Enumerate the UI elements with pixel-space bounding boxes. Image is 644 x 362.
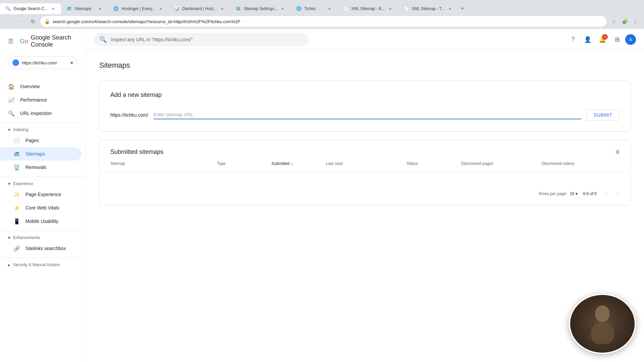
address-bar[interactable]: 🔒 search.google.com/u/4/search-console/s… bbox=[40, 16, 606, 27]
security-section-header[interactable]: ▸ Security & Manual Actions bbox=[0, 261, 86, 269]
tab-5[interactable]: ⚙️ Sitemap Settings... ✕ bbox=[230, 3, 291, 14]
reload-button[interactable]: ↻ bbox=[28, 17, 38, 26]
app-name: Google Search Console bbox=[31, 34, 80, 48]
tab-1-title: Google Search C... bbox=[13, 6, 48, 11]
tab-5-favicon: ⚙️ bbox=[235, 6, 241, 11]
rows-per-page-label: Rows per page: bbox=[539, 191, 567, 196]
svg-point-2 bbox=[591, 322, 614, 344]
notification-badge: 12 bbox=[602, 34, 608, 40]
tab-4-close[interactable]: ✕ bbox=[219, 6, 225, 11]
tab-2[interactable]: 🗺️ Sitemaps ✕ bbox=[61, 3, 108, 14]
tab-8-close[interactable]: ✕ bbox=[447, 6, 452, 11]
filter-icon[interactable]: ≡ bbox=[615, 148, 620, 156]
pagination-info: 0-0 of 0 bbox=[583, 191, 597, 196]
forward-button[interactable]: → bbox=[16, 17, 25, 26]
url-inspection-icon: 🔍 bbox=[8, 110, 15, 117]
tab-bar: 🔍 Google Search C... ✕ 🗺️ Sitemaps ✕ 🌐 H… bbox=[0, 0, 644, 14]
apps-icon[interactable]: ⊞ bbox=[610, 33, 624, 46]
sidebar: ☰ Google Google Search Console 🌐 https:/… bbox=[0, 29, 86, 362]
person-silhouette bbox=[586, 304, 619, 344]
hamburger-button[interactable]: ☰ bbox=[5, 35, 16, 48]
brand: Google Google Search Console bbox=[20, 34, 80, 48]
menu-icon[interactable]: ⋮ bbox=[631, 17, 640, 26]
nav-divider-3 bbox=[0, 231, 86, 231]
pages-icon: 📄 bbox=[13, 137, 20, 144]
tab-3-close[interactable]: ✕ bbox=[158, 6, 163, 11]
tab-6-close[interactable]: ✕ bbox=[327, 6, 332, 11]
home-icon: 🏠 bbox=[8, 83, 15, 90]
submit-button[interactable]: SUBMIT bbox=[587, 109, 620, 121]
property-name: https://tichku.com/ bbox=[22, 60, 68, 65]
col-status-header: Status bbox=[407, 161, 459, 166]
avatar[interactable]: A bbox=[625, 34, 636, 45]
bookmark-icon[interactable]: ☆ bbox=[609, 17, 619, 26]
sidebar-item-mobile-usability[interactable]: 📱 Mobile Usability bbox=[0, 215, 82, 228]
page-experience-icon: ✨ bbox=[13, 191, 20, 198]
top-bar-actions: ? 👤 🔔 12 ⊞ A bbox=[566, 33, 636, 46]
prev-page-button[interactable]: ‹ bbox=[602, 189, 611, 198]
sidebar-item-removals[interactable]: 🗑️ Removals bbox=[0, 161, 82, 174]
rows-per-page-select[interactable]: 10 ▾ bbox=[570, 191, 578, 196]
manage-users-icon[interactable]: 👤 bbox=[581, 33, 594, 46]
empty-table-body bbox=[100, 172, 630, 185]
tab-7-title: XML Sitemap - B... bbox=[351, 6, 385, 11]
tab-1-close[interactable]: ✕ bbox=[50, 6, 56, 11]
sidebar-item-overview[interactable]: 🏠 Overview bbox=[0, 80, 82, 93]
nav-divider-1 bbox=[0, 123, 86, 123]
experience-chevron-icon: ▾ bbox=[8, 181, 10, 186]
help-icon[interactable]: ? bbox=[566, 33, 580, 46]
tab-8[interactable]: 📄 XML Sitemap - T... ✕ bbox=[398, 3, 458, 14]
security-chevron-icon: ▸ bbox=[8, 262, 10, 267]
back-button[interactable]: ← bbox=[4, 17, 13, 26]
sidebar-item-overview-label: Overview bbox=[20, 84, 40, 89]
indexing-section-header[interactable]: ▾ Indexing bbox=[0, 126, 86, 134]
rows-select-chevron-icon: ▾ bbox=[576, 191, 578, 196]
col-submitted-header[interactable]: Submitted ↓ bbox=[271, 161, 323, 166]
tab-8-title: XML Sitemap - T... bbox=[412, 6, 444, 11]
sidebar-item-mobile-usability-label: Mobile Usability bbox=[25, 219, 58, 224]
sidebar-item-page-experience[interactable]: ✨ Page Experience bbox=[0, 188, 82, 201]
tab-6[interactable]: 🌐 Tichku ✕ bbox=[291, 3, 338, 14]
search-bar[interactable]: 🔍 bbox=[94, 33, 309, 46]
new-tab-button[interactable]: + bbox=[458, 3, 467, 14]
tab-7[interactable]: 📄 XML Sitemap - B... ✕ bbox=[338, 3, 398, 14]
tab-2-title: Sitemaps bbox=[74, 6, 95, 11]
top-bar: 🔍 ? 👤 🔔 12 ⊞ A bbox=[86, 29, 644, 50]
svg-point-1 bbox=[595, 305, 610, 322]
extensions-icon[interactable]: 🧩 bbox=[620, 17, 629, 26]
video-placeholder bbox=[570, 295, 635, 353]
tab-4-favicon: 📊 bbox=[174, 6, 179, 11]
enhancements-section-label: Enhancements bbox=[13, 235, 40, 240]
tab-5-close[interactable]: ✕ bbox=[280, 6, 285, 11]
submitted-sitemaps-card: Submitted sitemaps ≡ Sitemap Type Submit… bbox=[99, 140, 631, 205]
search-input[interactable] bbox=[111, 37, 303, 42]
experience-section-header[interactable]: ▾ Experience bbox=[0, 180, 86, 188]
table-header: Sitemap Type Submitted ↓ Last read Statu… bbox=[100, 156, 630, 172]
tab-2-close[interactable]: ✕ bbox=[97, 6, 103, 11]
tab-1[interactable]: 🔍 Google Search C... ✕ bbox=[0, 3, 61, 14]
sort-arrow-icon: ↓ bbox=[291, 161, 293, 166]
next-page-button[interactable]: › bbox=[613, 189, 622, 198]
sidebar-item-sitelinks[interactable]: 🔗 Sitelinks searchbox bbox=[0, 242, 82, 255]
sidebar-item-core-web-vitals[interactable]: ⚡ Core Web Vitals bbox=[0, 201, 82, 215]
browser-chrome: 🔍 Google Search C... ✕ 🗺️ Sitemaps ✕ 🌐 H… bbox=[0, 0, 644, 29]
notifications-icon[interactable]: 🔔 12 bbox=[596, 33, 609, 46]
add-sitemap-title: Add a new sitemap bbox=[110, 92, 620, 99]
url-prefix: https://tichku.com/ bbox=[110, 112, 148, 118]
tab-3[interactable]: 🌐 Hostinger | Every... ✕ bbox=[108, 3, 169, 14]
property-selector[interactable]: 🌐 https://tichku.com/ ▾ bbox=[8, 56, 77, 69]
tab-7-close[interactable]: ✕ bbox=[387, 6, 393, 11]
app: ☰ Google Google Search Console 🌐 https:/… bbox=[0, 29, 644, 362]
removals-icon: 🗑️ bbox=[13, 164, 20, 171]
enhancements-section-header[interactable]: ▾ Enhancements bbox=[0, 234, 86, 242]
sidebar-item-url-inspection[interactable]: 🔍 URL inspection bbox=[0, 107, 82, 120]
sidebar-item-performance[interactable]: 📈 Performance bbox=[0, 93, 82, 107]
sitelinks-icon: 🔗 bbox=[13, 245, 20, 252]
submitted-sitemaps-title: Submitted sitemaps bbox=[110, 148, 163, 156]
tab-4[interactable]: 📊 Dashboard | Host... ✕ bbox=[169, 3, 230, 14]
sidebar-item-pages[interactable]: 📄 Pages bbox=[0, 134, 82, 147]
col-pages-header: Discovered pages bbox=[461, 161, 539, 166]
sitemap-url-input[interactable] bbox=[154, 111, 581, 119]
sidebar-item-sitemaps[interactable]: 🗺️ Sitemaps bbox=[0, 147, 82, 161]
indexing-section-label: Indexing bbox=[13, 127, 28, 132]
